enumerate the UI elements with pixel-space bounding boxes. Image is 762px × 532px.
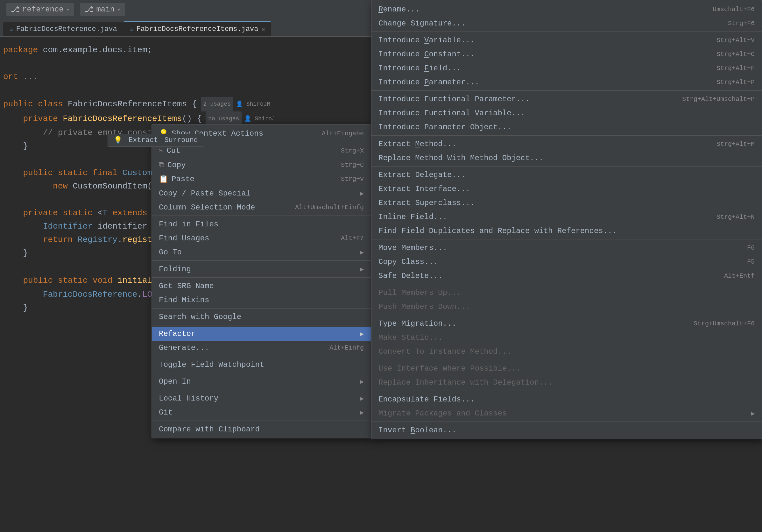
refactor-safe-delete[interactable]: Safe Delete... Alt+Entf <box>371 269 762 283</box>
hint-extract[interactable]: Extract <box>128 136 158 145</box>
menu-search-with-google[interactable]: Search with Google <box>152 310 371 324</box>
menu-go-to[interactable]: Go To ▶ <box>152 245 371 259</box>
folding-label: Folding <box>159 265 191 273</box>
introduce-functional-parameter-shortcut: Strg+Alt+Umschalt+P <box>682 96 755 103</box>
paste-icon: 📋 <box>159 175 168 184</box>
menu-local-history[interactable]: Local History ▶ <box>152 391 371 405</box>
refactor-copy-class[interactable]: Copy Class... F5 <box>371 255 762 269</box>
refactor-replace-method-with-object[interactable]: Replace Method With Method Object... <box>371 151 762 165</box>
separator-3 <box>152 261 371 261</box>
refactor-sep-2 <box>371 90 762 91</box>
refactor-sep-5 <box>371 239 762 239</box>
refactor-replace-inheritance: Replace Inheritance with Delegation... <box>371 375 762 389</box>
type-migration-label: Type Migration... <box>378 319 456 328</box>
open-in-arrow: ▶ <box>360 378 364 386</box>
separator-2 <box>152 215 371 216</box>
replace-method-with-object-label: Replace Method With Method Object... <box>378 154 543 162</box>
convert-to-instance-method-label: Convert To Instance Method... <box>378 347 511 356</box>
refactor-change-signature[interactable]: Change Signature... Strg+F6 <box>371 16 762 30</box>
refactor-introduce-functional-parameter[interactable]: Introduce Functional Parameter... Strg+A… <box>371 92 762 106</box>
menu-copy-paste-special[interactable]: Copy / Paste Special ▶ <box>152 186 371 200</box>
refactor-introduce-parameter[interactable]: Introduce Parameter... Strg+Alt+P <box>371 75 762 89</box>
introduce-constant-label: Introduce Constant... <box>378 50 475 59</box>
column-selection-shortcut: Alt+Umschalt+Einfg <box>295 204 364 211</box>
menu-column-selection-mode[interactable]: Column Selection Mode Alt+Umschalt+Einfg <box>152 200 371 214</box>
go-to-arrow: ▶ <box>360 248 364 256</box>
safe-delete-shortcut: Alt+Entf <box>724 272 755 279</box>
find-field-duplicates-label: Find Field Duplicates and Replace with R… <box>378 227 617 235</box>
refactor-introduce-constant[interactable]: Introduce Constant... Strg+Alt+C <box>371 47 762 61</box>
refactor-sep-10 <box>371 421 762 422</box>
menu-refactor[interactable]: Refactor ▶ <box>152 327 371 341</box>
refactor-inline-field[interactable]: Inline Field... Strg+Alt+N <box>371 210 762 224</box>
extract-delegate-label: Extract Delegate... <box>378 171 466 179</box>
context-menu: 💡 Show Context Actions Alt+Eingabe ✂ Cut… <box>152 124 371 438</box>
find-usages-shortcut: Alt+F7 <box>341 235 364 242</box>
menu-open-in[interactable]: Open In ▶ <box>152 374 371 388</box>
menu-get-srg-name[interactable]: Get SRG Name <box>152 279 371 293</box>
menu-folding[interactable]: Folding ▶ <box>152 262 371 276</box>
inline-field-shortcut: Strg+Alt+N <box>717 213 755 221</box>
menu-find-mixins[interactable]: Find Mixins <box>152 293 371 307</box>
refactor-introduce-variable[interactable]: Introduce Variable... Strg+Alt+V <box>371 33 762 47</box>
use-interface-where-possible-label: Use Interface Where Possible... <box>378 364 520 373</box>
separator-5 <box>152 308 371 309</box>
menu-git[interactable]: Git ▶ <box>152 405 371 419</box>
separator-8 <box>152 373 371 373</box>
introduce-functional-variable-label: Introduce Functional Variable... <box>378 109 525 117</box>
refactor-extract-delegate[interactable]: Extract Delegate... <box>371 168 762 182</box>
refactor-introduce-parameter-object[interactable]: Introduce Parameter Object... <box>371 120 762 134</box>
generate-label: Generate... <box>159 343 209 352</box>
menu-generate[interactable]: Generate... Alt+Einfg <box>152 341 371 355</box>
go-to-label: Go To <box>159 248 182 257</box>
copy-icon: ⧉ <box>159 161 164 169</box>
compare-with-clipboard-label: Compare with Clipboard <box>159 425 260 434</box>
make-static-label: Make Static... <box>378 333 443 342</box>
migrate-packages-label: Migrate Packages and Classes <box>378 409 507 418</box>
hint-surround[interactable]: Surround <box>164 136 198 145</box>
menu-copy[interactable]: ⧉ Copy Strg+C <box>152 158 371 172</box>
copy-shortcut: Strg+C <box>341 161 364 169</box>
refactor-extract-interface[interactable]: Extract Interface... <box>371 182 762 196</box>
bulb-icon: 💡 <box>114 136 122 145</box>
git-arrow: ▶ <box>360 409 364 417</box>
refactor-introduce-functional-variable[interactable]: Introduce Functional Variable... <box>371 106 762 120</box>
move-members-shortcut: F6 <box>747 244 755 252</box>
refactor-type-migration[interactable]: Type Migration... Strg+Umschalt+F6 <box>371 317 762 331</box>
menu-toggle-field-watchpoint[interactable]: Toggle Field Watchpoint <box>152 357 371 372</box>
hint-bulb: 💡 <box>114 136 122 145</box>
refactor-introduce-field[interactable]: Introduce Field... Strg+Alt+F <box>371 61 762 75</box>
invert-boolean-label: Invert Boolean... <box>378 426 456 434</box>
refactor-submenu: Rename... Umschalt+F6 Change Signature..… <box>371 0 762 439</box>
extract-method-label: Extract Method... <box>378 140 456 148</box>
introduce-parameter-shortcut: Strg+Alt+P <box>717 79 755 86</box>
refactor-sep-7 <box>371 315 762 315</box>
refactor-sep-3 <box>371 135 762 136</box>
hint-surround-label: Surround <box>164 136 198 144</box>
menu-compare-with-clipboard[interactable]: Compare with Clipboard <box>152 422 371 436</box>
refactor-sep-6 <box>371 284 762 284</box>
refactor-rename[interactable]: Rename... Umschalt+F6 <box>371 2 762 16</box>
refactor-extract-superclass[interactable]: Extract Superclass... <box>371 196 762 210</box>
extract-interface-label: Extract Interface... <box>378 185 470 193</box>
change-signature-shortcut: Strg+F6 <box>728 20 755 27</box>
refactor-move-members[interactable]: Move Members... F6 <box>371 241 762 255</box>
refactor-convert-to-instance-method: Convert To Instance Method... <box>371 344 762 358</box>
introduce-variable-label: Introduce Variable... <box>378 36 475 44</box>
inline-field-label: Inline Field... <box>378 213 447 221</box>
menu-find-usages[interactable]: Find Usages Alt+F7 <box>152 231 371 245</box>
copy-paste-special-arrow: ▶ <box>360 190 364 197</box>
refactor-encapsulate-fields[interactable]: Encapsulate Fields... <box>371 392 762 406</box>
encapsulate-fields-label: Encapsulate Fields... <box>378 395 475 404</box>
hint-bar: 💡 Extract Surround <box>108 134 204 147</box>
toggle-field-watchpoint-label: Toggle Field Watchpoint <box>159 360 264 369</box>
refactor-extract-method[interactable]: Extract Method... Strg+Alt+M <box>371 137 762 151</box>
menu-find-in-files[interactable]: Find in Files <box>152 217 371 231</box>
cut-shortcut: Strg+X <box>341 147 364 154</box>
menus-container: 💡 Extract Surround 💡 Show Context Action… <box>0 0 762 532</box>
menu-paste[interactable]: 📋 Paste Strg+V <box>152 172 371 186</box>
extract-superclass-label: Extract Superclass... <box>378 199 475 207</box>
refactor-find-field-duplicates[interactable]: Find Field Duplicates and Replace with R… <box>371 224 762 238</box>
copy-label: Copy <box>167 161 186 169</box>
refactor-invert-boolean[interactable]: Invert Boolean... <box>371 423 762 437</box>
